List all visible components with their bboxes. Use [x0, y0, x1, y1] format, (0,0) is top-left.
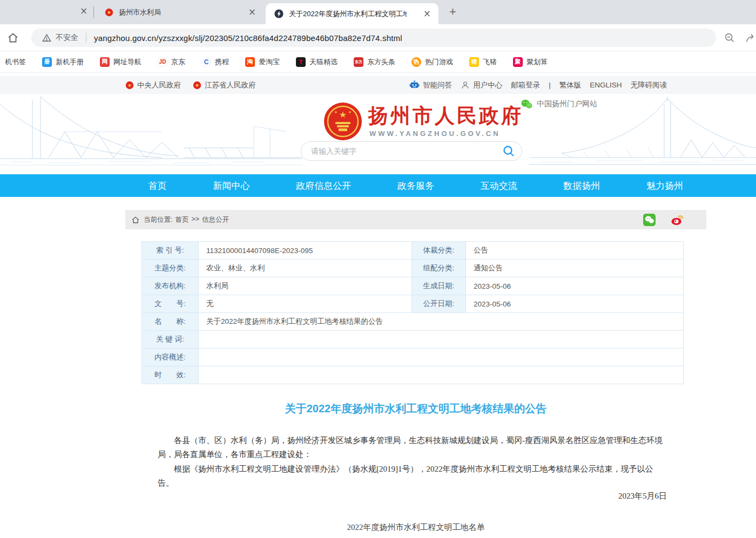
- nav-home[interactable]: 首页: [148, 180, 167, 192]
- not-secure-warning-icon: [42, 33, 51, 43]
- meta-value: 公告: [466, 242, 684, 260]
- divider: |: [549, 81, 551, 89]
- home-icon: [132, 216, 139, 223]
- bookmark-label: 机书签: [5, 57, 26, 67]
- user-icon: [461, 80, 470, 90]
- article-paragraph: 各县（市、区）水利（务）局，扬州经济开发区城乡事务管理局，生态科技新城规划建设局…: [158, 433, 666, 461]
- bookmark-label: 热门游戏: [425, 57, 453, 67]
- wechat-share-icon[interactable]: [643, 214, 656, 226]
- tab-water-bureau[interactable]: ★ 扬州市水利局 ×: [96, 0, 264, 24]
- social-share-icons: [643, 214, 684, 226]
- national-emblem-icon: ★ ★ ★: [323, 101, 363, 144]
- omnibox-divider: [86, 33, 86, 43]
- meta-value: [199, 349, 684, 366]
- tab-active-announcement[interactable]: 关于2022年度扬州市水利工程文明工地考核结果的公告 ×: [266, 3, 438, 24]
- new-tab-button[interactable]: +: [449, 5, 456, 19]
- bookmark-item[interactable]: 机书签: [1, 57, 26, 67]
- bookmark-item[interactable]: 册 新机手册: [42, 57, 84, 67]
- table-row: 主题分类: 农业、林业、水利 组配分类: 通知公告: [142, 260, 683, 277]
- breadcrumb-bar: 当前位置: 首页 >> 信息公开: [125, 210, 706, 229]
- meta-label: 组配分类:: [412, 260, 466, 277]
- bookmarks-bar: 机书签 册 新机手册 网 网址导航 JD 京东 C 携程 淘 爱淘宝 T 天猫精…: [0, 51, 756, 73]
- bookmark-item[interactable]: 东方 东方头条: [354, 57, 395, 67]
- article-list-heading: 2022年度扬州市水利工程文明工地名单: [125, 522, 706, 533]
- nav-charm[interactable]: 魅力扬州: [646, 180, 683, 192]
- gov-topbar-tools: 智能问答 用户中心 邮箱登录 | 繁体版 ENGLISH 无障碍阅读: [409, 76, 667, 94]
- svg-text:★: ★: [334, 110, 338, 114]
- eastday-icon: 东方: [354, 57, 363, 67]
- accessibility-link[interactable]: 无障碍阅读: [631, 80, 667, 90]
- bookmark-item[interactable]: T 天猫精选: [296, 57, 338, 67]
- portal-link[interactable]: 中国扬州门户网站: [521, 99, 597, 109]
- site-header: ★ ★ ★ 扬州市人民政府 WWW.YANGZHOU.GOV.CN 中国扬州门户…: [0, 94, 756, 174]
- link-jiangsu-gov[interactable]: ★ 江苏省人民政府: [193, 80, 256, 90]
- close-icon[interactable]: ×: [248, 8, 256, 17]
- juhuasuan-icon: 聚: [513, 57, 523, 67]
- url-omnibox[interactable]: 不安全 yangzhou.gov.cn/yzszxxgk/slj/202305/…: [31, 29, 716, 47]
- nav-data[interactable]: 数据扬州: [563, 180, 600, 192]
- security-label[interactable]: 不安全: [56, 33, 78, 43]
- meta-label: 体裁分类:: [412, 242, 466, 260]
- svg-text:★: ★: [348, 110, 352, 114]
- bookmark-label: 网址导航: [113, 57, 141, 67]
- bookmark-label: 携程: [215, 57, 229, 67]
- meta-value: [199, 331, 684, 349]
- meta-label: 时 效:: [142, 366, 199, 384]
- wechat-bubbles-icon: [521, 99, 532, 109]
- table-row: 文 号: 无 公开日期: 2023-05-06: [142, 295, 683, 313]
- share-icon[interactable]: [745, 32, 756, 46]
- breadcrumb: 当前位置: 首页 >> 信息公开: [144, 215, 229, 224]
- svg-text:★: ★: [339, 110, 347, 119]
- user-center-link[interactable]: 用户中心: [461, 80, 502, 90]
- weibo-share-icon[interactable]: [671, 214, 684, 226]
- gov-emblem-icon: ★: [193, 81, 201, 90]
- traditional-chinese-link[interactable]: 繁体版: [559, 80, 582, 90]
- link-central-gov[interactable]: ★ 中央人民政府: [125, 80, 181, 90]
- table-row: 关 键 词:: [142, 331, 683, 349]
- smart-qa-link[interactable]: 智能问答: [409, 80, 452, 90]
- search-input[interactable]: [311, 147, 502, 155]
- bookmark-item[interactable]: C 携程: [201, 57, 229, 67]
- nav-info-disclosure[interactable]: 政府信息公开: [296, 180, 351, 192]
- meta-label: 关 键 词:: [142, 331, 199, 349]
- nav-news[interactable]: 新闻中心: [213, 180, 250, 192]
- close-icon[interactable]: ×: [423, 9, 431, 18]
- main-nav: 首页 新闻中心 政府信息公开 政务服务 互动交流 数据扬州 魅力扬州: [0, 174, 756, 197]
- site-title: 扬州市人民政府: [368, 103, 523, 130]
- article-date: 2023年5月6日: [141, 491, 667, 501]
- site-domain: WWW.YANGZHOU.GOV.CN: [369, 130, 501, 138]
- tab-title: 关于2022年度扬州市水利工程文明工地考核结果的公告: [289, 9, 407, 19]
- bookmark-item[interactable]: 聚 聚划算: [513, 57, 548, 67]
- meta-value: 通知公告: [466, 260, 684, 277]
- breadcrumb-home-link[interactable]: 首页: [175, 215, 188, 224]
- article-paragraph: 根据《扬州市水利工程文明工地建设管理办法》（扬水规[2019]1号），2022年…: [158, 462, 666, 490]
- meta-label: 内容概述:: [142, 349, 199, 366]
- tab-title: 扬州市水利局: [119, 8, 232, 17]
- tab-separator: [93, 6, 94, 18]
- bookmark-label: 天猫精选: [309, 57, 338, 67]
- bookmark-item[interactable]: 猪 飞猪: [469, 57, 497, 67]
- site-search: [301, 141, 522, 161]
- meta-label: 文 号:: [142, 295, 199, 313]
- bookmark-item[interactable]: JD 京东: [158, 57, 185, 67]
- bookmark-item[interactable]: 热 热门游戏: [411, 57, 453, 67]
- breadcrumb-current[interactable]: 信息公开: [202, 215, 229, 224]
- url-text[interactable]: yangzhou.gov.cn/yzszxxgk/slj/202305/210c…: [94, 33, 402, 43]
- meta-value: 2023-05-06: [466, 295, 684, 313]
- nav-interaction[interactable]: 互动交流: [481, 180, 517, 192]
- gov-emblem-icon: ★: [125, 81, 134, 90]
- meta-value: [199, 366, 684, 384]
- bookmark-item[interactable]: 网 网址导航: [100, 57, 141, 67]
- bookmark-item[interactable]: 淘 爱淘宝: [245, 57, 280, 67]
- svg-text:★: ★: [127, 83, 132, 88]
- nav-services[interactable]: 政务服务: [397, 180, 434, 192]
- close-icon[interactable]: ×: [80, 6, 87, 16]
- home-icon[interactable]: [6, 31, 19, 46]
- search-icon[interactable]: [502, 145, 515, 158]
- zoom-out-icon[interactable]: [724, 32, 735, 46]
- meta-value: 2023-05-06: [466, 277, 684, 295]
- bridge-art-left: [0, 94, 302, 174]
- english-link[interactable]: ENGLISH: [590, 81, 622, 89]
- manual-icon: 册: [42, 57, 52, 67]
- mail-login-link[interactable]: 邮箱登录: [511, 80, 540, 90]
